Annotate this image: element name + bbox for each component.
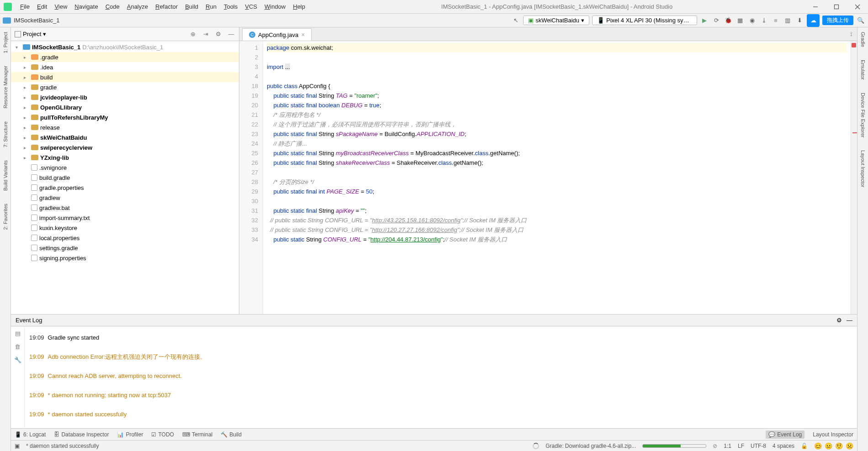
- back-nav-icon[interactable]: ↖: [511, 16, 520, 25]
- bottom-tab[interactable]: 📊Profiler: [117, 431, 143, 438]
- menu-code[interactable]: Code: [102, 1, 123, 12]
- tree-item[interactable]: local.properties: [11, 233, 239, 243]
- warning-marker[interactable]: [852, 132, 857, 133]
- filter-icon[interactable]: ▤: [15, 330, 21, 337]
- breadcrumb[interactable]: IMSocketBasic_1: [14, 17, 511, 24]
- left-tab[interactable]: 2: Favorites: [2, 202, 9, 231]
- cloud-icon[interactable]: ☁: [807, 14, 820, 27]
- menu-vcs[interactable]: VCS: [241, 1, 261, 12]
- tree-item[interactable]: ▸ gradle: [11, 82, 239, 92]
- menu-file[interactable]: File: [16, 1, 33, 12]
- tree-item[interactable]: .svnignore: [11, 163, 239, 173]
- bottom-tab[interactable]: 🗄Database Inspector: [54, 431, 109, 438]
- maximize-button[interactable]: [826, 0, 847, 14]
- editor-tab[interactable]: C AppConfig.java ×: [242, 28, 312, 41]
- line-separator[interactable]: LF: [738, 443, 744, 449]
- tree-item[interactable]: build.gradle: [11, 173, 239, 183]
- left-tab[interactable]: 1: Project: [2, 30, 9, 55]
- event-log-content[interactable]: 19:09Gradle sync started19:09Adb connect…: [25, 326, 857, 428]
- tree-item[interactable]: ▸ jcvideoplayer-lib: [11, 92, 239, 102]
- bottom-tab[interactable]: 📱6: Logcat: [15, 431, 46, 438]
- menu-analyze[interactable]: Analyze: [123, 1, 152, 12]
- tree-item[interactable]: kuxin.keystore: [11, 223, 239, 233]
- menu-help[interactable]: Help: [289, 1, 309, 12]
- tree-item[interactable]: ▸ pullToRefershLibraryMy: [11, 112, 239, 122]
- right-tab[interactable]: Device File Explorer: [859, 91, 867, 139]
- event-log-hide-icon[interactable]: —: [847, 317, 852, 324]
- left-tab[interactable]: Build Variants: [2, 158, 9, 193]
- search-everywhere-icon[interactable]: 🔍: [856, 16, 865, 25]
- avd-manager-icon[interactable]: ▥: [783, 16, 792, 25]
- settings-icon[interactable]: ⚙: [214, 31, 222, 37]
- file-encoding[interactable]: UTF-8: [751, 443, 766, 449]
- progress-cancel-icon[interactable]: ⊘: [713, 443, 717, 449]
- minimize-button[interactable]: [805, 0, 826, 14]
- tree-item[interactable]: ▸ release: [11, 122, 239, 132]
- menu-view[interactable]: View: [51, 1, 71, 12]
- chevron-down-icon[interactable]: ▾: [43, 31, 46, 37]
- right-tab[interactable]: Gradle: [859, 30, 867, 49]
- close-tab-icon[interactable]: ×: [301, 31, 305, 38]
- indent-info[interactable]: 4 spaces: [773, 443, 794, 449]
- attach-debugger-icon[interactable]: ⤓: [759, 16, 768, 25]
- tree-item[interactable]: import-summary.txt: [11, 213, 239, 223]
- event-log-settings-icon[interactable]: ⚙: [836, 317, 842, 324]
- right-tab[interactable]: Emulator: [859, 58, 867, 82]
- collapse-icon[interactable]: ⇥: [201, 31, 210, 37]
- progress-bar[interactable]: [642, 444, 706, 448]
- tree-item[interactable]: gradlew: [11, 193, 239, 203]
- error-marker[interactable]: [852, 43, 856, 47]
- error-stripe[interactable]: [851, 41, 857, 314]
- left-tab[interactable]: Resource Manager: [2, 64, 9, 110]
- tree-item[interactable]: ▸ skWeiChatBaidu: [11, 132, 239, 142]
- stop-button[interactable]: ■: [771, 16, 780, 25]
- bottom-tab[interactable]: ☑TODO: [151, 431, 174, 438]
- tree-item[interactable]: ▸ swiperecyclerview: [11, 142, 239, 152]
- tree-root[interactable]: ▾ IMSocketBasic_1 D:\anzhuook\IMSocketBa…: [11, 42, 239, 52]
- code-area[interactable]: package com.sk.weichat; import ... publi…: [263, 41, 851, 314]
- bottom-tab-event-log[interactable]: 💬 Event Log: [766, 430, 804, 439]
- project-view-title[interactable]: Project: [23, 31, 41, 37]
- device-selector[interactable]: 📱 Pixel 4 XL API 30 (Missing system im..…: [592, 16, 697, 25]
- apply-changes-icon[interactable]: ⟳: [712, 16, 721, 25]
- menu-navigate[interactable]: Navigate: [71, 1, 101, 12]
- tree-item[interactable]: ▸ .gradle: [11, 52, 239, 62]
- tree-item[interactable]: ▸ OpenGLlibrary: [11, 102, 239, 112]
- feedback-emojis[interactable]: 😊😐🤨☹️: [814, 442, 853, 450]
- menu-window[interactable]: Window: [261, 1, 289, 12]
- coverage-icon[interactable]: ▦: [736, 16, 745, 25]
- menu-run[interactable]: Run: [202, 1, 220, 12]
- trash-icon[interactable]: 🗑: [15, 343, 21, 350]
- bottom-tab[interactable]: 🔨Build: [221, 431, 242, 438]
- debug-button[interactable]: 🐞: [724, 16, 733, 25]
- menu-build[interactable]: Build: [181, 1, 202, 12]
- close-button[interactable]: [847, 0, 868, 14]
- tree-item[interactable]: gradle.properties: [11, 183, 239, 193]
- run-button[interactable]: ▶: [700, 16, 709, 25]
- wrench-icon[interactable]: 🔧: [14, 357, 21, 363]
- tree-item[interactable]: ▸ build: [11, 72, 239, 82]
- bottom-tab-layout-inspector[interactable]: Layout Inspector: [813, 431, 853, 438]
- background-task[interactable]: Gradle: Download gradle-4.6-all.zip...: [545, 443, 636, 449]
- upload-button[interactable]: 拖拽上传: [822, 16, 853, 25]
- editor-assist-icon[interactable]: ⟟: [846, 28, 857, 41]
- tree-item[interactable]: gradlew.bat: [11, 203, 239, 213]
- run-config-selector[interactable]: ▣ skWeiChatBaidu ▾: [523, 16, 589, 25]
- tree-item[interactable]: signing.properties: [11, 253, 239, 263]
- menu-edit[interactable]: Edit: [33, 1, 51, 12]
- readonly-lock-icon[interactable]: 🔓: [801, 443, 808, 449]
- tree-item[interactable]: settings.gradle: [11, 243, 239, 253]
- menu-refactor[interactable]: Refactor: [152, 1, 181, 12]
- hide-icon[interactable]: —: [227, 31, 235, 37]
- bottom-tab[interactable]: ⌨Terminal: [182, 431, 212, 438]
- caret-position[interactable]: 1:1: [724, 443, 731, 449]
- left-tab[interactable]: 7: Structure: [2, 120, 9, 149]
- sdk-manager-icon[interactable]: ⬇: [795, 16, 804, 25]
- menu-tools[interactable]: Tools: [220, 1, 241, 12]
- project-tree[interactable]: ▾ IMSocketBasic_1 D:\anzhuook\IMSocketBa…: [11, 41, 239, 314]
- tree-item[interactable]: ▸ .idea: [11, 62, 239, 72]
- profile-icon[interactable]: ◉: [747, 16, 757, 25]
- tree-item[interactable]: ▸ YZxing-lib: [11, 152, 239, 163]
- right-tab[interactable]: Layout Inspector: [859, 148, 867, 189]
- locate-icon[interactable]: ⊕: [189, 31, 197, 37]
